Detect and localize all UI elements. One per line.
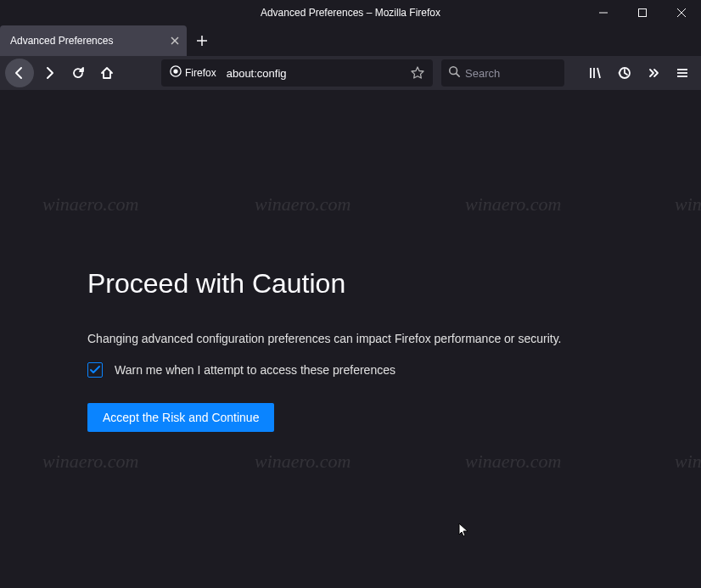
window-title: Advanced Preferences – Mozilla Firefox <box>261 7 440 19</box>
watermark: winaero.com <box>465 451 561 473</box>
accept-risk-button[interactable]: Accept the Risk and Continue <box>87 403 274 432</box>
warning-container: Proceed with Caution Changing advanced c… <box>0 90 611 432</box>
svg-line-14 <box>597 68 600 78</box>
history-button[interactable] <box>611 59 638 87</box>
watermark: winaero.com <box>675 193 701 216</box>
overflow-button[interactable] <box>640 59 667 87</box>
maximize-button[interactable] <box>623 0 662 25</box>
svg-line-11 <box>457 74 460 77</box>
firefox-logo-icon <box>170 65 182 81</box>
nav-toolbar: Firefox <box>0 56 701 90</box>
url-bar[interactable]: Firefox <box>161 59 433 87</box>
search-bar[interactable] <box>441 59 564 87</box>
bookmark-star-button[interactable] <box>406 61 429 85</box>
warn-checkbox-label: Warn me when I attempt to access these p… <box>115 363 395 377</box>
content-area: Proceed with Caution Changing advanced c… <box>0 90 701 588</box>
close-window-button[interactable] <box>662 0 701 25</box>
back-button[interactable] <box>5 59 34 87</box>
tab-advanced-preferences[interactable]: Advanced Preferences <box>0 25 187 56</box>
warning-description: Changing advanced configuration preferen… <box>87 332 611 345</box>
warn-checkbox[interactable] <box>87 362 103 378</box>
app-menu-button[interactable] <box>669 59 696 87</box>
svg-rect-1 <box>639 9 647 17</box>
new-tab-button[interactable] <box>187 25 217 56</box>
tab-bar: Advanced Preferences <box>0 25 701 56</box>
url-input[interactable] <box>222 67 406 80</box>
title-bar: Advanced Preferences – Mozilla Firefox <box>0 0 701 25</box>
identity-box[interactable]: Firefox <box>165 63 222 83</box>
forward-button[interactable] <box>36 59 63 87</box>
watermark: winaero.com <box>255 451 350 473</box>
identity-label: Firefox <box>185 67 216 79</box>
watermark: winaero.com <box>675 451 701 473</box>
minimize-button[interactable] <box>584 0 623 25</box>
watermark: winaero.com <box>42 451 138 473</box>
cursor-icon <box>458 523 470 541</box>
window-controls <box>584 0 701 25</box>
tab-label: Advanced Preferences <box>10 35 113 47</box>
warning-title: Proceed with Caution <box>87 268 611 300</box>
library-button[interactable] <box>582 59 609 87</box>
search-icon <box>448 65 460 81</box>
reload-button[interactable] <box>64 59 92 87</box>
svg-point-9 <box>173 69 177 73</box>
close-tab-button[interactable] <box>166 32 183 49</box>
warn-checkbox-row[interactable]: Warn me when I attempt to access these p… <box>87 362 611 378</box>
home-button[interactable] <box>93 59 121 87</box>
